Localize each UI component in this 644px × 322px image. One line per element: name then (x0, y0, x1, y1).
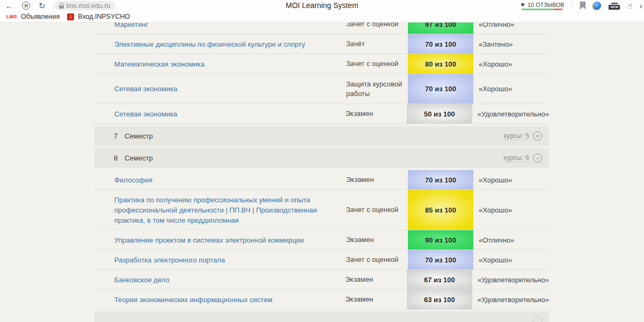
table-row: Практика по получению профессиональных у… (94, 190, 549, 230)
exam-type: Экзамен (345, 275, 407, 284)
exam-type: Экзамен (345, 109, 407, 119)
course-link[interactable]: Сетевая экономика (114, 109, 346, 119)
course-link[interactable]: Сетевая экономика (114, 84, 346, 94)
grade-text: «Хорошо» (473, 60, 549, 68)
semester-row-partial (94, 311, 549, 322)
course-link[interactable]: Управление проектом в системах электронн… (114, 235, 346, 245)
grade-text: «Зачтено» (473, 40, 549, 48)
grade-text: «Отлично» (473, 236, 549, 244)
overflow-chevron-icon[interactable]: › (640, 1, 642, 10)
back-icon[interactable]: ← (5, 0, 13, 11)
exam-type: Зачет с оценкой (346, 59, 408, 69)
score-cell: 63 из 100 (407, 290, 472, 309)
score-cell: 70 из 100 (408, 74, 473, 104)
table-row: Банковское дело Экзамен 67 из 100 «Удовл… (94, 270, 549, 290)
score-cell: 70 из 100 (408, 34, 473, 54)
bookmark-flag-icon[interactable] (580, 2, 586, 10)
semester-label: Семестр (125, 154, 152, 162)
score-cell: 70 из 100 (408, 170, 473, 189)
exam-type: Экзамен (346, 235, 408, 245)
course-link[interactable]: Теория экономических информационных сист… (114, 295, 346, 305)
course-link[interactable]: Элективные дисциплины по физической куль… (114, 39, 346, 49)
exam-type: Зачет с оценкой (346, 255, 408, 265)
table-row: Управление проектом в системах электронн… (94, 230, 549, 250)
rating-bar (522, 9, 562, 10)
table-row: Разработка электронного портала Зачет с … (94, 250, 549, 270)
refresh-icon[interactable]: ↻ (39, 0, 46, 11)
grade-text: «Хорошо» (473, 256, 549, 264)
address-bar: ← Я ↻ lms.moi.edu.ru MOI Learning System… (0, 0, 644, 11)
semester-row: 7 Семестр курсы: 5 + (94, 126, 549, 146)
reviews-widget[interactable]: ★ 10 отзывов (520, 1, 565, 10)
bookmark-announcements[interactable]: LMS Объявления (5, 13, 61, 20)
browser-chrome: ← Я ↻ lms.moi.edu.ru MOI Learning System… (0, 0, 644, 23)
new-badge-icon[interactable]: NEW (609, 2, 620, 10)
collapse-icon[interactable]: − (533, 153, 542, 163)
semester-courses-link[interactable]: курсы: 6 (503, 154, 529, 162)
expand-icon[interactable] (533, 317, 542, 322)
grades-table: Маркетинг Зачет с оценкой 97 из 100 «Отл… (94, 23, 549, 322)
exam-type: Зачет с оценкой (346, 23, 408, 29)
table-row: Элективные дисциплины по физической куль… (94, 34, 549, 54)
score-cell: 80 из 100 (408, 54, 473, 74)
table-row: Математическая экономика Зачет с оценкой… (94, 54, 549, 74)
hand-icon[interactable]: ☝ (627, 2, 632, 10)
lock-icon (59, 3, 64, 9)
score-cell: 97 из 100 (408, 23, 473, 34)
extension-globe-icon[interactable] (593, 2, 601, 10)
divider (572, 2, 572, 10)
bookmark-inpsycho[interactable]: △ Вход.INPSYCHO (65, 13, 131, 20)
semester-label: Семестр (125, 132, 152, 140)
grade-text: «Хорошо» (473, 206, 549, 214)
course-link[interactable]: Философия (114, 175, 346, 185)
page-viewport: Маркетинг Зачет с оценкой 97 из 100 «Отл… (0, 23, 644, 322)
exam-type: Защита курсовой работы (346, 79, 408, 99)
course-link[interactable]: Математическая экономика (114, 59, 346, 69)
semester-row: 8 Семестр курсы: 6 − (94, 148, 549, 168)
table-row: Сетевая экономика Экзамен 50 из 100 «Удо… (94, 104, 549, 124)
course-link[interactable]: Банковское дело (114, 275, 346, 285)
bookmarks-bar: LMS Объявления △ Вход.INPSYCHO (0, 11, 644, 22)
lms-favicon: LMS (6, 14, 17, 19)
score-cell: 50 из 100 (407, 104, 472, 123)
yandex-icon[interactable]: Я (22, 2, 30, 10)
table-row: Философия Экзамен 70 из 100 «Хорошо» (94, 170, 549, 190)
chrome-right-icons: ★ 10 отзывов NEW ☝ › (520, 1, 639, 10)
grade-text: «Хорошо» (473, 85, 549, 93)
expand-icon[interactable]: + (533, 131, 542, 141)
exam-type: Зачет с оценкой (346, 205, 408, 215)
grade-text: «Отлично» (473, 23, 549, 28)
course-link[interactable]: Разработка электронного портала (114, 255, 346, 265)
exam-type: Зачёт (346, 39, 408, 49)
semester-number: 7 (114, 132, 118, 140)
inpsycho-favicon: △ (67, 13, 74, 20)
exam-type: Экзамен (346, 175, 408, 185)
page-title: MOI Learning System (286, 0, 358, 11)
url-field[interactable]: lms.moi.edu.ru (54, 1, 115, 10)
table-row: Маркетинг Зачет с оценкой 97 из 100 «Отл… (94, 23, 549, 34)
grade-text: «Удовлетворительно» (472, 110, 549, 118)
score-cell: 90 из 100 (408, 230, 473, 250)
url-text: lms.moi.edu.ru (67, 2, 111, 10)
table-row: Сетевая экономика Защита курсовой работы… (94, 74, 549, 104)
grade-text: «Удовлетворительно» (472, 276, 549, 284)
table-row: Теория экономических информационных сист… (94, 290, 549, 310)
semester-courses-link[interactable]: курсы: 5 (503, 132, 529, 140)
score-cell: 67 из 100 (407, 270, 472, 289)
grade-text: «Удовлетворительно» (472, 296, 549, 304)
grade-text: «Хорошо» (473, 176, 549, 184)
reviews-count: 10 отзывов (528, 2, 565, 8)
star-icon: ★ (520, 1, 525, 8)
exam-type: Экзамен (345, 295, 407, 304)
course-link[interactable]: Практика по получению профессиональных у… (114, 195, 346, 225)
course-link[interactable]: Маркетинг (114, 23, 346, 30)
score-cell: 70 из 100 (408, 250, 473, 269)
semester-number: 8 (114, 154, 118, 162)
score-cell: 85 из 100 (408, 190, 473, 230)
